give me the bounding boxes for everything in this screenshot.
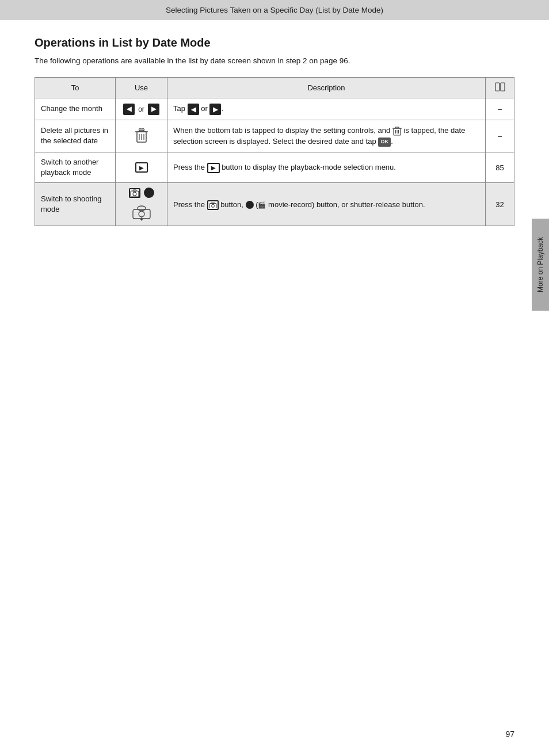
svg-rect-30 (211, 202, 214, 203)
table-row: Switch to another playback mode ▶ Press … (35, 152, 514, 182)
camera-svg (130, 189, 139, 197)
table-row: Delete all pictures in the selected date (35, 120, 514, 152)
row3-use: ▶ (116, 152, 167, 182)
left-arrow-inline: ◀ (188, 104, 199, 115)
row1-to: Change the month (35, 98, 116, 120)
svg-rect-0 (495, 83, 500, 91)
row3-description: Press the ▶ button to display the playba… (167, 152, 486, 182)
row4-use (116, 183, 167, 226)
ok-button-inline: OK (378, 138, 391, 147)
table-row: Switch to shooting mode (35, 183, 514, 226)
svg-point-25 (139, 211, 144, 217)
col-header-use: Use (116, 78, 167, 98)
left-arrow-icon: ◀ (123, 104, 135, 115)
svg-rect-1 (501, 83, 505, 91)
or-text-1: or (138, 105, 144, 113)
right-arrow-inline: ▶ (209, 104, 221, 115)
row2-page: – (486, 120, 514, 152)
playback-button-icon: ▶ (135, 162, 148, 173)
sidebar-playback-label: More on Playback (532, 219, 549, 311)
row2-to: Delete all pictures in the selected date (35, 120, 116, 152)
table-row: Change the month ◀ or ▶ Tap ◀ or ▶. – (35, 98, 514, 120)
page-number: 97 (505, 730, 514, 739)
sidebar-label-text: More on Playback (536, 237, 544, 292)
row4-top-icons (129, 188, 154, 198)
shutter-release-icon (131, 203, 152, 221)
row2-use (116, 120, 167, 152)
row4-use-icons (121, 188, 161, 221)
table-header-row: To Use Description (35, 78, 514, 98)
row1-use: ◀ or ▶ (116, 98, 167, 120)
book-icon (495, 82, 505, 91)
svg-point-23 (138, 206, 146, 211)
row3-to: Switch to another playback mode (35, 152, 116, 182)
row1-page: – (486, 98, 514, 120)
row4-description: Press the button, (🎬 movie-record) butto… (167, 183, 486, 226)
trash-inline-icon (392, 125, 402, 136)
main-content: Operations in List by Date Mode The foll… (0, 20, 549, 261)
row2-description: When the bottom tab is tapped to display… (167, 120, 486, 152)
row3-page: 85 (486, 152, 514, 182)
trash-icon (134, 127, 150, 144)
header-title: Selecting Pictures Taken on a Specific D… (166, 6, 383, 14)
intro-text: The following operations are available i… (35, 55, 514, 67)
row1-description: Tap ◀ or ▶. (167, 98, 486, 120)
svg-point-29 (211, 204, 214, 207)
svg-point-21 (133, 192, 136, 196)
row1-use-icons: ◀ or ▶ (121, 104, 161, 115)
header-bar: Selecting Pictures Taken on a Specific D… (0, 0, 549, 20)
circle-inline-icon (246, 201, 254, 209)
playback-inline-icon: ▶ (207, 163, 220, 173)
right-arrow-icon: ▶ (148, 104, 159, 115)
col-header-page (486, 78, 514, 98)
camera-inline-icon (207, 200, 219, 210)
operations-table: To Use Description (35, 77, 514, 226)
col-header-to: To (35, 78, 116, 98)
svg-rect-22 (133, 190, 136, 192)
page-title: Operations in List by Date Mode (35, 36, 514, 49)
camera-icon (129, 188, 140, 198)
col-header-description: Description (167, 78, 486, 98)
row4-to: Switch to shooting mode (35, 183, 116, 226)
row4-page: 32 (486, 183, 514, 226)
camera-desc-svg (209, 202, 217, 208)
circle-movie-icon (144, 188, 154, 198)
svg-marker-27 (140, 219, 143, 221)
